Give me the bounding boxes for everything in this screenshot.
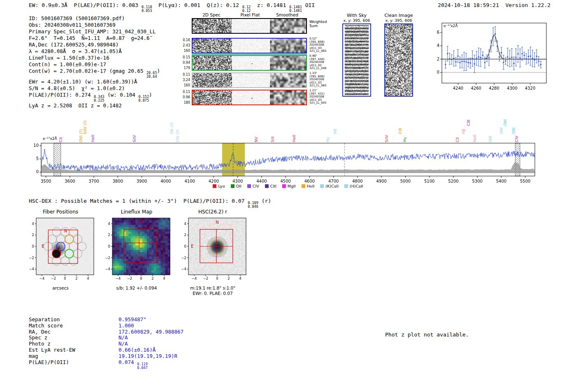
cutout-col-header-smoothed: Smoothed [269, 12, 305, 17]
cutout-smoothed-image [270, 19, 306, 33]
fiber-positions-xlabel: arcsecs [23, 285, 98, 291]
spectral-line-label: Hβ [461, 129, 466, 134]
stacked-uncertainty: 0.1090.046 [248, 201, 258, 209]
clean-image-subtitle: x, y: 395, 606 [383, 18, 414, 23]
cutout-row [192, 18, 307, 34]
stacked-uncertainty: 0.120.12 [242, 5, 251, 13]
cutout-smoothed-image [270, 39, 306, 53]
info-line: Cont(n) = 1.00(±0.09)e-17 [29, 61, 160, 68]
fiber-positions-panel: Fiber Positions arcsecs [23, 209, 98, 291]
legend-item: HeII [302, 184, 315, 188]
cutout-smoothed-image [270, 73, 306, 87]
cutout-section: Weighted Sum0.162.431600.52"(395, 606)20… [177, 18, 337, 106]
text-segment: Cont(n) = 1.00(±0.09)e-17 [29, 61, 106, 67]
table-row: Est LyA rest-EW0.66(±0.16)Å [29, 347, 183, 353]
info-line: λ = 4280.08Å σ = 3.47(±1.05)Å [29, 48, 160, 55]
info-line: Primary Spec_Slot_IFU_AMP: 321_042_030_L… [29, 28, 160, 35]
table-row-value: 0.959487" [118, 316, 146, 322]
fiber-positions-title: Fiber Positions [23, 209, 98, 215]
text-segment: S/N = 4.8(±0.5) χ² = 1.0(±0.2) [29, 85, 125, 91]
text-segment: OII [302, 2, 315, 8]
cutout-pixelflat-image [233, 90, 269, 104]
table-row-value: 1.000 [118, 322, 134, 329]
spectral-line-label: HeII [91, 135, 95, 142]
cutout-smoothed-image [270, 90, 306, 104]
legend-label: CIV [253, 184, 259, 188]
table-row: mag19.19(19.19,19.19)R [29, 353, 183, 360]
cutout-pixelflat-image [233, 39, 269, 53]
legend-swatch [247, 184, 251, 188]
legend-label: HeII [307, 184, 315, 188]
stacked-uncertainty: 0.3430.225 [94, 95, 105, 102]
cutout-row-stat: 3.24 [177, 78, 190, 82]
lineflux-map-title: Lineflux Map [100, 209, 174, 215]
legend-swatch [344, 184, 348, 188]
cutout-row-stat: 160 [177, 84, 190, 87]
cutout-row-stat: 0.94 [177, 61, 190, 65]
legend-item: CIII [265, 184, 276, 188]
cutout-row-stat: 179 [177, 66, 190, 70]
spectral-line-label: CII [58, 137, 63, 142]
cutout-row-stat: 0.96 [177, 95, 190, 99]
info-line: LyA z = 2.5208 OII z = 0.1482 [29, 102, 160, 109]
lineflux-map-panel: Lineflux Map s/b: 1.92 +/- 0.094 [100, 209, 174, 291]
legend-swatch [320, 184, 324, 188]
text-segment: EW: 0.9±0.3Å P(LAE)/P(OII): 0.083 [29, 2, 142, 8]
table-row-label: Separation [29, 317, 118, 323]
legend-swatch [302, 184, 305, 188]
withsky-image [342, 23, 371, 97]
text-segment: Obs: 20240308v011_5001607369 [29, 22, 116, 28]
clean-image-title: Clean Image [383, 13, 414, 18]
spectral-line-label: OIII [488, 136, 492, 142]
text-segment: F=2.6" T=0.145 N̄=1.1̄1 A=0.8̄7 g=24.6̄ [29, 35, 150, 41]
text-segment: P(Lyα): 0.001 Q(z): 0.12 [152, 2, 242, 8]
text-segment: (r) [258, 198, 271, 204]
stacked-uncertainty: 0.1520.075 [138, 95, 149, 102]
cutout-row [192, 72, 307, 88]
cutout-pixelflat-image [233, 73, 269, 87]
table-row-value: 19.19(19.19,19.19)R [118, 353, 177, 359]
text-segment: LyA z = 2.5208 OII z = 0.1482 [29, 102, 122, 109]
header-timestamp: 2024-10-18 18:59:21 Version 1.22.2 [438, 2, 550, 8]
table-row: P(LAE)/P(OII)0.074 0.1190.047 [29, 360, 183, 370]
spectral-line-label: CIII [466, 120, 471, 126]
legend-swatch [213, 184, 216, 188]
cutout-2dspec-image [193, 73, 232, 87]
stacked-uncertainty: 20.6520.64 [146, 71, 157, 79]
table-row-label: RA, Dec [29, 329, 118, 335]
spectral-line-label: OIII [503, 119, 507, 126]
spectral-line-label: CII [455, 137, 460, 142]
cutout-row-annotation: 321_LL_065 [309, 50, 327, 53]
table-row-label: Spec z [29, 335, 118, 341]
phot-z-note: Phot z plot not available. [385, 332, 469, 338]
legend-label: CIII [270, 184, 276, 188]
text-segment: (w: 0.104 [105, 92, 139, 98]
spectral-line-label: CIII [398, 128, 402, 134]
spectral-line-label: SiIV [384, 135, 389, 142]
legend-label: MgII [288, 184, 296, 188]
table-row: Photo zN/A [29, 341, 183, 347]
lineflux-map-plot [101, 216, 173, 285]
hsc-image-caption-1: m:19.1 re:1.8" s:1.0" [176, 285, 250, 291]
cutout-row-stat: 0.11 [177, 90, 190, 94]
cutout-row [192, 90, 307, 105]
legend-item: MgII [282, 184, 296, 188]
hsc-dex-line: HSC-DEX : Possible Matches = 1 (within +… [29, 198, 271, 209]
spectral-line-label: SiII [270, 137, 275, 142]
table-row: Spec zN/A [29, 335, 183, 341]
cutout-pixelflat-image [233, 19, 269, 33]
text-segment: λ = 4280.08Å σ = 3.47(±1.05)Å [29, 48, 122, 54]
info-line: S/N = 4.8(±0.5) χ² = 1.0(±0.2) [29, 85, 160, 92]
info-line: F=2.6" T=0.145 N̄=1.1̄1 A=0.8̄7 g=24.6̄ [29, 35, 160, 42]
text-segment: ) [157, 68, 160, 74]
cutout-row-annotation: 321_LL_065 [309, 84, 327, 88]
cutout-2dspec-image [193, 19, 232, 33]
table-row: RA, Dec172.600829, 49.988867 [29, 329, 183, 335]
spectral-line-label: SiIV (?) [83, 121, 87, 134]
info-line: Cont(w) = 2.70(±0.02)e-17 (gmag 20.65 20… [29, 68, 160, 79]
legend-swatch [265, 184, 269, 188]
stacked-uncertainty: 0.14810.1481 [289, 5, 302, 13]
cutout-col-header-pixelflat: Pixel Flat [232, 12, 268, 17]
text-segment: EWr = 4.20(±1.10) (w: 1.60(±0.39))Å [29, 79, 137, 85]
lineflux-map-caption: s/b: 1.92 +/- 0.094 [100, 285, 174, 291]
